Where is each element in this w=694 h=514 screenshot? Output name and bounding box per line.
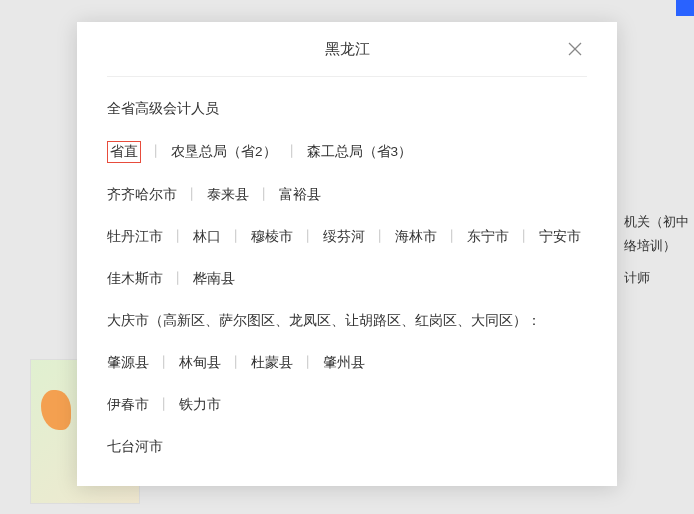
region-item[interactable]: 林甸县 bbox=[179, 353, 221, 373]
separator: 丨 bbox=[301, 353, 315, 373]
modal-overlay: 黑龙江 全省高级会计人员省直丨农垦总局（省2）丨森工总局（省3）齐齐哈尔市丨泰来… bbox=[0, 0, 694, 514]
region-modal: 黑龙江 全省高级会计人员省直丨农垦总局（省2）丨森工总局（省3）齐齐哈尔市丨泰来… bbox=[77, 22, 617, 486]
region-item[interactable]: 富裕县 bbox=[279, 185, 321, 205]
modal-body[interactable]: 全省高级会计人员省直丨农垦总局（省2）丨森工总局（省3）齐齐哈尔市丨泰来县丨富裕… bbox=[107, 77, 587, 472]
region-item[interactable]: 七台河市 bbox=[107, 437, 163, 457]
region-item[interactable]: 穆棱市 bbox=[251, 227, 293, 247]
region-item[interactable]: 泰来县 bbox=[207, 185, 249, 205]
region-item[interactable]: 省直 bbox=[107, 141, 141, 163]
close-button[interactable] bbox=[563, 37, 587, 61]
separator: 丨 bbox=[445, 227, 459, 247]
separator: 丨 bbox=[171, 227, 185, 247]
region-item[interactable]: 肇源县 bbox=[107, 353, 149, 373]
region-row: 伊春市丨铁力市 bbox=[107, 395, 587, 415]
close-icon bbox=[567, 41, 583, 57]
separator: 丨 bbox=[517, 227, 531, 247]
region-item[interactable]: 齐齐哈尔市 bbox=[107, 185, 177, 205]
region-item[interactable]: 东宁市 bbox=[467, 227, 509, 247]
separator: 丨 bbox=[171, 269, 185, 289]
region-item[interactable]: 桦南县 bbox=[193, 269, 235, 289]
region-item[interactable]: 绥芬河 bbox=[323, 227, 365, 247]
separator: 丨 bbox=[157, 353, 171, 373]
region-item[interactable]: 大庆市（高新区、萨尔图区、龙凤区、让胡路区、红岗区、大同区）： bbox=[107, 311, 541, 331]
separator: 丨 bbox=[149, 142, 163, 162]
separator: 丨 bbox=[257, 185, 271, 205]
region-item[interactable]: 全省高级会计人员 bbox=[107, 99, 219, 119]
region-item[interactable]: 宁安市 bbox=[539, 227, 581, 247]
region-item[interactable]: 铁力市 bbox=[179, 395, 221, 415]
modal-title: 黑龙江 bbox=[325, 40, 370, 59]
region-item[interactable]: 佳木斯市 bbox=[107, 269, 163, 289]
region-item[interactable]: 森工总局（省3） bbox=[307, 142, 413, 162]
region-item[interactable]: 农垦总局（省2） bbox=[171, 142, 277, 162]
region-row: 七台河市 bbox=[107, 437, 587, 457]
region-item[interactable]: 杜蒙县 bbox=[251, 353, 293, 373]
region-item[interactable]: 伊春市 bbox=[107, 395, 149, 415]
separator: 丨 bbox=[229, 353, 243, 373]
region-item[interactable]: 牡丹江市 bbox=[107, 227, 163, 247]
separator: 丨 bbox=[229, 227, 243, 247]
region-row: 佳木斯市丨桦南县 bbox=[107, 269, 587, 289]
separator: 丨 bbox=[373, 227, 387, 247]
region-item[interactable]: 肇州县 bbox=[323, 353, 365, 373]
region-row: 牡丹江市丨林口丨穆棱市丨绥芬河丨海林市丨东宁市丨宁安市 bbox=[107, 227, 587, 247]
region-row: 全省高级会计人员 bbox=[107, 99, 587, 119]
region-row: 肇源县丨林甸县丨杜蒙县丨肇州县 bbox=[107, 353, 587, 373]
separator: 丨 bbox=[185, 185, 199, 205]
region-row: 大庆市（高新区、萨尔图区、龙凤区、让胡路区、红岗区、大同区）： bbox=[107, 311, 587, 331]
separator: 丨 bbox=[285, 142, 299, 162]
region-item[interactable]: 林口 bbox=[193, 227, 221, 247]
modal-header: 黑龙江 bbox=[107, 22, 587, 77]
separator: 丨 bbox=[301, 227, 315, 247]
region-item[interactable]: 海林市 bbox=[395, 227, 437, 247]
region-row: 省直丨农垦总局（省2）丨森工总局（省3） bbox=[107, 141, 587, 163]
separator: 丨 bbox=[157, 395, 171, 415]
region-row: 齐齐哈尔市丨泰来县丨富裕县 bbox=[107, 185, 587, 205]
